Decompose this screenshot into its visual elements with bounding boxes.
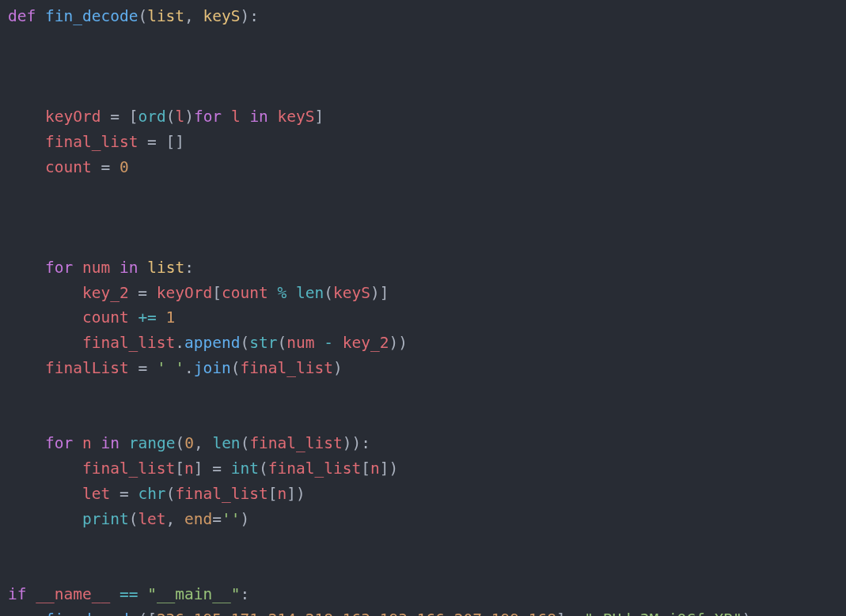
assign: = [138, 133, 165, 151]
assign: = [110, 485, 138, 503]
indent [8, 485, 82, 503]
paren: ( [241, 434, 250, 452]
kwarg-end: end [184, 510, 212, 528]
kw-in: in [249, 108, 267, 126]
space [110, 259, 120, 277]
var-keyOrd: keyOrd [157, 284, 212, 302]
assign: = [129, 359, 157, 377]
paren: ( [175, 434, 184, 452]
colon: : [361, 434, 370, 452]
comma: , [166, 510, 176, 528]
comma: , [408, 610, 417, 616]
bracket: [ [212, 284, 222, 302]
bracket: ] [556, 610, 566, 616]
num: 195 [194, 610, 222, 616]
builtin-print: print [82, 510, 129, 528]
indent [8, 284, 82, 302]
var-num: num [286, 334, 314, 352]
var-n: n [184, 459, 194, 478]
builtin-chr: chr [138, 485, 165, 503]
dunder-name: __name__ [36, 585, 110, 603]
paren: ) [241, 7, 250, 25]
colon: : [184, 259, 194, 277]
var-key2: key_2 [343, 334, 389, 352]
kw-for: for [194, 108, 222, 126]
var-n: n [82, 434, 92, 452]
num-0: 0 [184, 434, 194, 452]
bracket: ] [194, 459, 203, 478]
space [175, 510, 184, 528]
paren: ( [324, 284, 333, 302]
indent [8, 334, 82, 352]
paren: ( [129, 510, 138, 528]
paren: ( [138, 610, 147, 616]
paren: ) [389, 334, 398, 352]
paren: ( [241, 334, 250, 352]
dot: . [175, 334, 184, 352]
space [268, 108, 278, 126]
var-l: l [175, 108, 184, 126]
comma: , [482, 610, 491, 616]
kw-in: in [101, 434, 119, 452]
var-n: n [278, 485, 287, 503]
bracket: ] [286, 485, 296, 503]
var-count: count [45, 158, 92, 176]
var-key2: key_2 [82, 284, 129, 302]
var-let: let [82, 485, 110, 503]
bracket: [ [268, 485, 278, 503]
paren: ( [166, 485, 176, 503]
var-keyS: keyS [333, 284, 370, 302]
space [92, 434, 101, 452]
bracket: ] [315, 108, 324, 126]
paren: ) [296, 485, 305, 503]
space [129, 308, 138, 327]
bracket: ] [380, 284, 389, 302]
empty-list: [] [166, 133, 184, 151]
space [26, 585, 36, 603]
param-list: list [147, 7, 184, 25]
num: 214 [268, 610, 296, 616]
indent [8, 133, 45, 151]
num: 218 [305, 610, 333, 616]
space [222, 108, 231, 126]
var-count: count [82, 308, 129, 327]
kw-if: if [8, 585, 26, 603]
fn-name: fin_decode [45, 7, 138, 25]
var-keyS: keyS [278, 108, 315, 126]
num-0: 0 [120, 158, 129, 176]
paren: ( [138, 7, 147, 25]
builtin-len: len [296, 284, 324, 302]
var-final-list: final_list [45, 133, 138, 151]
space [138, 585, 147, 603]
space [268, 284, 278, 302]
space [157, 308, 166, 327]
assign: = [203, 459, 231, 478]
builtin-int: int [231, 459, 259, 478]
bracket: ] [380, 459, 389, 478]
string-empty: '' [222, 510, 240, 528]
paren: ) [333, 359, 343, 377]
indent [8, 610, 45, 616]
bracket: [ [147, 610, 157, 616]
builtin-ord: ord [138, 108, 165, 126]
assign: = [92, 158, 120, 176]
var-final-list: final_list [82, 334, 175, 352]
comma: , [296, 610, 305, 616]
space [575, 610, 584, 616]
string-key: "uPHdq3MxjOCfnXB" [584, 610, 742, 616]
kw-for: for [45, 434, 73, 452]
comma: , [184, 7, 194, 25]
dot: . [184, 359, 194, 377]
comma: , [370, 610, 380, 616]
space [194, 7, 203, 25]
var-final-list: final_list [249, 434, 342, 452]
num: 168 [529, 610, 556, 616]
space [73, 259, 82, 277]
bracket: [ [129, 108, 138, 126]
space [110, 585, 120, 603]
indent [8, 434, 45, 452]
op-pluseq: += [138, 308, 156, 327]
builtin-str: str [249, 334, 277, 352]
var-l: l [231, 108, 241, 126]
space [333, 334, 343, 352]
